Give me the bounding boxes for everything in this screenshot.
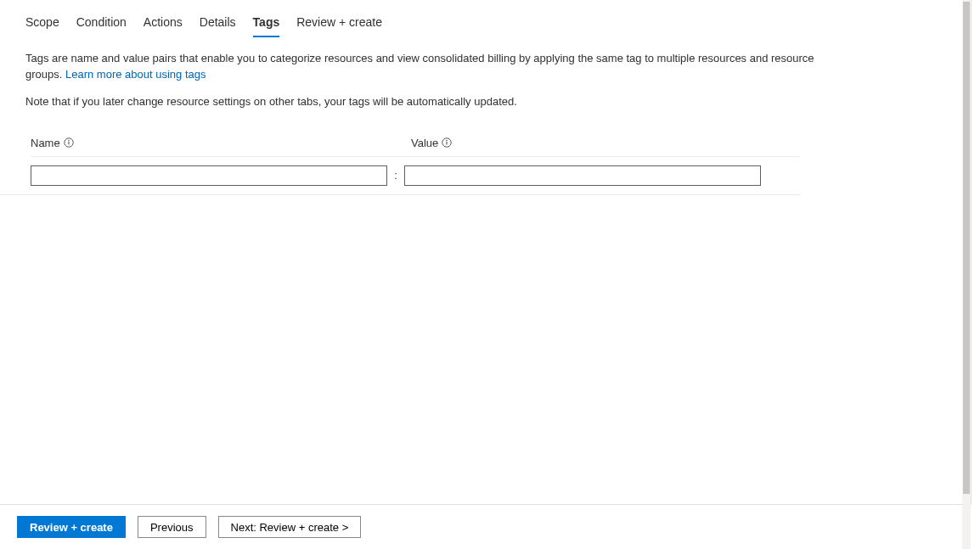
tab-scope[interactable]: Scope (25, 15, 59, 37)
tab-details[interactable]: Details (200, 15, 236, 37)
tab-tags[interactable]: Tags (253, 15, 280, 37)
name-header: Name (31, 137, 74, 149)
tab-review-create[interactable]: Review + create (296, 15, 382, 37)
previous-button[interactable]: Previous (138, 516, 206, 538)
value-header-cell: Value (411, 137, 778, 149)
svg-rect-2 (68, 142, 69, 144)
tab-actions[interactable]: Actions (144, 15, 183, 37)
scrollbar-track[interactable] (962, 0, 971, 549)
svg-point-1 (68, 140, 70, 142)
info-icon[interactable] (442, 137, 452, 148)
review-create-button[interactable]: Review + create (17, 516, 126, 538)
value-header-label: Value (411, 137, 438, 149)
svg-rect-5 (447, 142, 448, 144)
next-button[interactable]: Next: Review + create > (218, 516, 362, 538)
scroll-area: Scope Condition Actions Details Tags Rev… (0, 0, 971, 501)
name-header-label: Name (31, 137, 60, 149)
tags-note: Note that if you later change resource s… (0, 83, 971, 108)
scrollbar-thumb[interactable] (963, 2, 970, 494)
tag-separator: : (387, 169, 404, 182)
tag-headers: Name Value (0, 108, 971, 149)
learn-more-link[interactable]: Learn more about using tags (65, 68, 206, 81)
tag-name-input[interactable] (31, 165, 387, 186)
value-header: Value (411, 137, 452, 149)
tab-condition[interactable]: Condition (76, 15, 127, 37)
footer-bar: Review + create Previous Next: Review + … (0, 504, 972, 549)
tag-input-row: : (0, 157, 800, 195)
page-container: Scope Condition Actions Details Tags Rev… (0, 0, 972, 549)
name-header-cell: Name (31, 137, 397, 149)
info-icon[interactable] (64, 137, 74, 148)
svg-point-4 (446, 140, 448, 142)
tab-bar: Scope Condition Actions Details Tags Rev… (0, 0, 971, 37)
tag-value-input[interactable] (404, 165, 761, 186)
tags-description: Tags are name and value pairs that enabl… (0, 37, 849, 83)
